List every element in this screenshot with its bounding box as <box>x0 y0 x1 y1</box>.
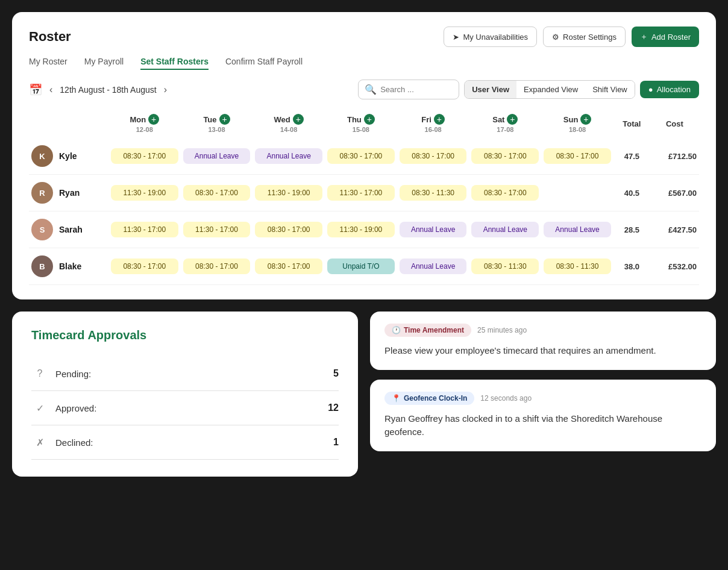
col-sat: Sat + 17-08 <box>469 109 541 138</box>
shift-cell[interactable]: 08:30 - 11:30 <box>469 248 541 285</box>
prev-week-button[interactable]: ‹ <box>47 83 55 96</box>
date-navigation: 📅 ‹ 12th August - 18th August › <box>29 83 169 96</box>
shift-cell[interactable]: 11:30 - 19:00 <box>325 211 397 248</box>
shift-cell[interactable]: 11:30 - 17:00 <box>325 175 397 211</box>
shift-cell[interactable]: 11:30 - 17:00 <box>108 211 181 248</box>
view-toggle: User View Expanded View Shift View <box>464 80 635 99</box>
shift-cell[interactable]: Annual Leave <box>541 211 613 248</box>
shift-badge[interactable]: 08:30 - 17:00 <box>111 258 178 274</box>
add-sat-button[interactable]: + <box>507 114 518 125</box>
add-mon-button[interactable]: + <box>148 114 159 125</box>
shift-badge[interactable]: 11:30 - 17:00 <box>111 222 178 237</box>
shift-cell[interactable]: 08:30 - 17:00 <box>541 138 613 175</box>
shift-cell[interactable]: 08:30 - 17:00 <box>253 248 325 285</box>
tab-my-roster[interactable]: My Roster <box>29 57 67 70</box>
add-fri-button[interactable]: + <box>434 114 445 125</box>
shift-badge[interactable]: 08:30 - 17:00 <box>471 185 539 201</box>
search-input[interactable] <box>380 85 453 94</box>
add-thu-button[interactable]: + <box>364 114 375 125</box>
shift-cell[interactable]: Annual Leave <box>469 211 541 248</box>
plus-icon: ＋ <box>640 31 648 42</box>
shift-cell[interactable]: 08:30 - 11:30 <box>397 175 469 211</box>
shift-badge[interactable]: Annual Leave <box>183 148 251 164</box>
shift-view-button[interactable]: Shift View <box>585 81 635 98</box>
tab-my-payroll[interactable]: My Payroll <box>84 57 124 70</box>
shift-cell[interactable]: 08:30 - 17:00 <box>397 138 469 175</box>
avatar: B <box>31 255 53 277</box>
col-tue: Tue + 13-08 <box>181 109 253 138</box>
notif-header-amendment: 🕐 Time Amendment 25 minutes ago <box>384 324 701 337</box>
shift-badge[interactable]: 08:30 - 11:30 <box>400 185 467 201</box>
shift-badge[interactable]: 08:30 - 17:00 <box>111 148 178 164</box>
tab-confirm-staff-payroll[interactable]: Confirm Staff Payroll <box>225 57 303 70</box>
add-roster-button[interactable]: ＋ Add Roster <box>632 27 699 47</box>
add-tue-button[interactable]: + <box>219 114 230 125</box>
shift-badge[interactable]: 08:30 - 17:00 <box>327 148 395 164</box>
shift-badge[interactable]: 08:30 - 17:00 <box>544 148 611 164</box>
shift-cell[interactable]: 11:30 - 19:00 <box>108 175 181 211</box>
shift-cell[interactable]: Annual Leave <box>253 138 325 175</box>
shift-badge[interactable]: 08:30 - 17:00 <box>255 222 322 237</box>
shift-cell[interactable]: 11:30 - 19:00 <box>253 175 325 211</box>
shift-cell[interactable] <box>541 175 613 211</box>
roster-table: Mon + 12-08 Tue + 13-08 <box>29 109 699 285</box>
user-view-button[interactable]: User View <box>465 81 516 98</box>
shift-badge[interactable]: 08:30 - 17:00 <box>400 148 467 164</box>
toolbar-right: 🔍 User View Expanded View Shift View ● A… <box>358 80 699 99</box>
table-row: S Sarah 11:30 - 17:0011:30 - 17:0008:30 … <box>29 211 699 248</box>
geofence-badge: 📍 Geofence Clock-In <box>384 392 474 405</box>
shift-cell[interactable]: Unpaid T/O <box>325 248 397 285</box>
header-buttons: ➤ My Unavailabilities ⚙ Roster Settings … <box>444 27 699 47</box>
shift-badge[interactable]: Annual Leave <box>400 222 467 237</box>
shift-badge[interactable]: 08:30 - 17:00 <box>183 185 251 201</box>
col-mon: Mon + 12-08 <box>108 109 181 138</box>
shift-cell[interactable]: 08:30 - 17:00 <box>108 138 181 175</box>
roster-settings-button[interactable]: ⚙ Roster Settings <box>543 27 626 47</box>
shift-badge[interactable]: 11:30 - 19:00 <box>327 222 395 237</box>
employee-name: Sarah <box>59 225 83 234</box>
shift-cell[interactable]: 08:30 - 17:00 <box>469 175 541 211</box>
unavailabilities-button[interactable]: ➤ My Unavailabilities <box>444 27 537 47</box>
add-sun-button[interactable]: + <box>580 114 591 125</box>
declined-count: 1 <box>333 437 339 448</box>
shift-cell[interactable]: 08:30 - 17:00 <box>108 248 181 285</box>
employee-info: R Ryan <box>31 182 106 204</box>
calendar-icon: 📅 <box>29 83 42 96</box>
shift-badge[interactable]: 08:30 - 17:00 <box>255 258 322 274</box>
employee-cell-kyle: K Kyle <box>29 138 108 175</box>
shift-cell[interactable]: Annual Leave <box>397 211 469 248</box>
shift-badge[interactable]: Annual Leave <box>400 258 467 274</box>
toolbar-row: 📅 ‹ 12th August - 18th August › 🔍 User V… <box>29 80 699 99</box>
shift-badge[interactable]: Annual Leave <box>471 222 539 237</box>
table-row: B Blake 08:30 - 17:0008:30 - 17:0008:30 … <box>29 248 699 285</box>
shift-badge[interactable]: 11:30 - 17:00 <box>183 222 251 237</box>
shift-cell[interactable]: 08:30 - 17:00 <box>469 138 541 175</box>
shift-badge[interactable]: 08:30 - 11:30 <box>544 258 611 274</box>
employee-cell-ryan: R Ryan <box>29 175 108 211</box>
shift-badge[interactable]: Annual Leave <box>255 148 322 164</box>
shift-badge[interactable]: 08:30 - 17:00 <box>183 258 251 274</box>
shift-badge[interactable]: 11:30 - 17:00 <box>327 185 395 201</box>
shift-cell[interactable]: 08:30 - 17:00 <box>181 175 253 211</box>
bottom-section: Timecard Approvals ? Pending: 5 ✓ Approv… <box>12 312 716 477</box>
shift-badge[interactable]: 11:30 - 19:00 <box>255 185 322 201</box>
shift-cell[interactable]: 08:30 - 17:00 <box>181 248 253 285</box>
shift-cell[interactable]: Annual Leave <box>181 138 253 175</box>
employee-column-header <box>29 109 108 138</box>
add-wed-button[interactable]: + <box>293 114 304 125</box>
shift-badge[interactable]: 08:30 - 17:00 <box>471 148 539 164</box>
shift-badge[interactable]: Annual Leave <box>544 222 611 237</box>
shift-cell[interactable]: 08:30 - 17:00 <box>253 211 325 248</box>
allocation-button[interactable]: ● Allocation <box>640 81 699 98</box>
shift-badge[interactable]: 11:30 - 19:00 <box>111 185 178 201</box>
shift-cell[interactable]: 08:30 - 11:30 <box>541 248 613 285</box>
shift-badge[interactable]: Unpaid T/O <box>327 258 395 274</box>
shift-badge[interactable]: 08:30 - 11:30 <box>471 258 539 274</box>
shift-cell[interactable]: Annual Leave <box>397 248 469 285</box>
next-week-button[interactable]: › <box>162 83 169 96</box>
notifications-column: 🕐 Time Amendment 25 minutes ago Please v… <box>370 312 716 451</box>
expanded-view-button[interactable]: Expanded View <box>516 81 585 98</box>
shift-cell[interactable]: 08:30 - 17:00 <box>325 138 397 175</box>
shift-cell[interactable]: 11:30 - 17:00 <box>181 211 253 248</box>
tab-set-staff-rosters[interactable]: Set Staff Rosters <box>140 57 209 70</box>
